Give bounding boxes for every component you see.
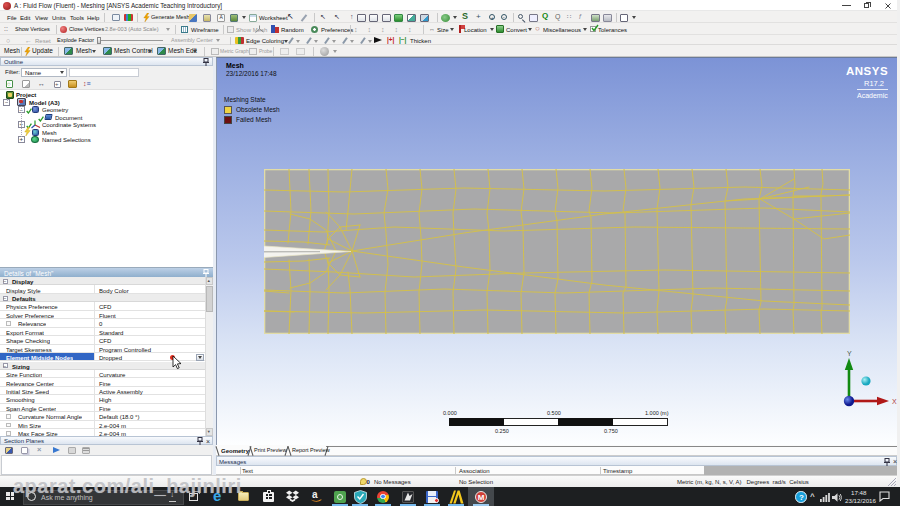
svg-text:Y: Y xyxy=(847,350,852,357)
